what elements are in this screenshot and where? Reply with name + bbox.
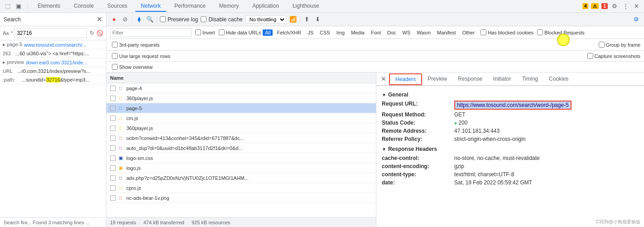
tab-network[interactable]: Network [135, 1, 166, 12]
throttling-select[interactable]: No throttling [245, 15, 286, 24]
search-refresh-icon[interactable]: ↻ [89, 29, 95, 37]
search-icon[interactable]: 🔍 [146, 15, 154, 24]
invert-checkbox[interactable] [195, 29, 201, 35]
preserve-log-label[interactable]: Preserve log [160, 16, 198, 23]
devtools-icon[interactable]: ⬚ [4, 2, 12, 10]
large-rows-checkbox[interactable] [112, 53, 118, 59]
filter-media[interactable]: Media [349, 29, 367, 36]
dock-icon[interactable]: ▣ [14, 2, 23, 10]
blocked-requests-checkbox[interactable] [537, 29, 543, 35]
tab-lighthouse[interactable]: Lighthouse [287, 1, 325, 12]
group-by-frame-label[interactable]: Group by frame [599, 42, 640, 48]
tab-response[interactable]: Response [452, 74, 488, 85]
request-row[interactable]: □ adx.php?c=d25pZD0xNzVjNTU0Zjc1OTE1MGI1… [106, 173, 376, 183]
row-checkbox[interactable] [110, 165, 115, 171]
request-row[interactable]: □ ocbm?conwid=413&conhei=345&rdid=671788… [106, 133, 376, 143]
row-checkbox[interactable] [110, 195, 115, 201]
row-checkbox[interactable] [110, 86, 115, 91]
filter-img[interactable]: Img [334, 29, 347, 36]
invert-filter-label[interactable]: Invert [195, 29, 215, 35]
search-clear-icon[interactable]: 🚫 [96, 29, 103, 37]
capture-screenshots-label[interactable]: Capture screenshots [587, 53, 641, 59]
tab-console[interactable]: Console [68, 1, 99, 12]
filter-js[interactable]: JS [305, 29, 316, 36]
tab-timing[interactable]: Timing [516, 74, 543, 85]
tab-performance[interactable]: Performance [169, 1, 211, 12]
search-result-page5[interactable]: ▸ page-5 www.tosound.com/search/... [0, 40, 106, 49]
blocked-requests-label[interactable]: Blocked Requests [537, 29, 585, 35]
row-checkbox[interactable] [110, 145, 115, 151]
tab-cookies[interactable]: Cookies [543, 74, 574, 85]
capture-screenshots-checkbox[interactable] [587, 53, 593, 59]
large-rows-label[interactable]: Use large request rows [112, 53, 170, 59]
show-overview-checkbox[interactable] [112, 64, 118, 70]
row-checkbox[interactable] [110, 185, 115, 191]
filter-icon[interactable]: ⧫ [135, 15, 143, 24]
search-result-url[interactable]: URL ...r0.com:3321/index/preview?s... [0, 67, 106, 76]
filter-css[interactable]: CSS [317, 29, 332, 36]
row-checkbox[interactable] [110, 116, 115, 121]
request-row-selected[interactable]: □ page-5 [106, 103, 376, 113]
hide-data-urls-checkbox[interactable] [219, 29, 225, 35]
third-party-label[interactable]: 3rd-party requests [112, 42, 159, 48]
disable-cache-checkbox[interactable] [201, 16, 207, 22]
request-method-value: GET [454, 111, 466, 118]
filter-manifest[interactable]: Manifest [435, 29, 458, 36]
row-checkbox[interactable] [110, 175, 115, 181]
row-checkbox[interactable] [110, 135, 115, 141]
tab-headers[interactable]: Headers [389, 73, 422, 85]
close-icon[interactable]: ✕ [632, 2, 640, 10]
preserve-log-checkbox[interactable] [160, 16, 166, 22]
request-row[interactable]: ▣ logo.js [106, 163, 376, 173]
has-blocked-cookies-checkbox[interactable] [481, 29, 486, 35]
filter-doc[interactable]: Doc [385, 29, 399, 36]
settings-icon[interactable]: ⚙ [610, 2, 619, 10]
more-icon[interactable]: ⋮ [621, 2, 630, 10]
request-url-value[interactable]: https://www.tosound.com/search/word-/pag… [454, 101, 572, 110]
row-checkbox[interactable] [110, 96, 115, 101]
row-checkbox[interactable] [110, 106, 115, 111]
request-row[interactable]: □ cm.js [106, 113, 376, 123]
row-checkbox[interactable] [110, 126, 115, 131]
request-row[interactable]: □ auto_dup?di=0&uuid=d1bc48ab3117d2f1&dr… [106, 143, 376, 153]
row-checkbox[interactable] [110, 155, 115, 161]
filter-fetch-xhr[interactable]: Fetch/XHR [274, 29, 303, 36]
search-case-toggle[interactable]: Aa .* [3, 30, 13, 36]
show-overview-label[interactable]: Show overview [112, 64, 153, 70]
request-row[interactable]: □ cpro.js [106, 183, 376, 193]
settings-gear-icon[interactable]: ⚙ [632, 15, 640, 24]
filter-input[interactable] [110, 28, 192, 37]
search-input[interactable] [14, 28, 87, 38]
tab-elements[interactable]: Elements [32, 1, 66, 12]
tab-memory[interactable]: Memory [214, 1, 244, 12]
stop-btn[interactable]: ⊘ [121, 15, 129, 24]
request-row[interactable]: □ page-4 [106, 83, 376, 93]
third-party-checkbox[interactable] [112, 42, 118, 48]
tab-sources[interactable]: Sources [102, 1, 133, 12]
search-result-preview[interactable]: ▸ preview down.ear0.com:3321/inde... [0, 58, 106, 67]
tab-preview[interactable]: Preview [422, 74, 452, 85]
filter-font[interactable]: Font [369, 29, 383, 36]
upload-icon[interactable]: ⬆ [303, 15, 311, 24]
filter-ws[interactable]: WS [400, 29, 413, 36]
tab-initiator[interactable]: Initiator [488, 74, 516, 85]
filter-wasm[interactable]: Wasm [414, 29, 433, 36]
disable-cache-label[interactable]: Disable cache [201, 16, 242, 23]
request-row[interactable]: □ 360player.js [106, 93, 376, 103]
filter-other[interactable]: Other [460, 29, 477, 36]
search-result-path[interactable]: :path: ...soundid=32716&type=mp3... [0, 76, 106, 84]
request-row[interactable]: □ 360player.js [106, 123, 376, 133]
request-row[interactable]: ▣ logo-sm.css [106, 153, 376, 163]
has-blocked-cookies-label[interactable]: Has blocked cookies [481, 29, 533, 35]
record-btn[interactable]: ● [110, 15, 118, 24]
search-result-262[interactable]: 262 ...60 ui360-vis"> <a href="https:... [0, 49, 106, 58]
detail-close-btn[interactable]: ✕ [378, 75, 389, 82]
request-row[interactable]: □ nc-ads-bear-1v.png [106, 193, 376, 203]
tab-application[interactable]: Application [247, 1, 284, 12]
hide-data-urls-label[interactable]: Hide data URLs [219, 29, 261, 35]
group-by-frame-checkbox[interactable] [599, 42, 605, 48]
wifi-icon[interactable]: 📶 [289, 15, 297, 24]
search-close-btn[interactable]: ✕ [96, 16, 102, 23]
filter-all[interactable]: All [263, 29, 273, 36]
download-icon[interactable]: ⬇ [314, 15, 322, 24]
